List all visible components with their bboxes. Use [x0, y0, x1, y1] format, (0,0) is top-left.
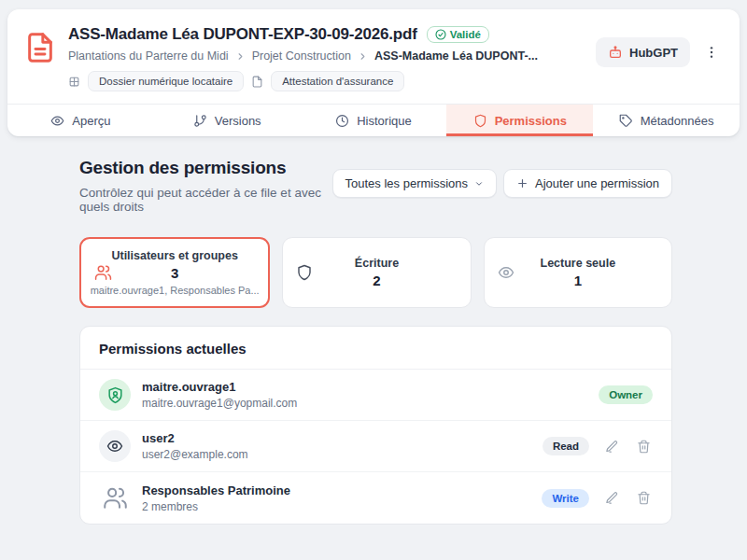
tab-versions[interactable]: Versions: [154, 105, 301, 136]
permission-group-members: 2 membres: [142, 500, 290, 513]
chevron-right-icon: [235, 51, 246, 62]
permission-badge-owner: Owner: [599, 385, 653, 404]
permission-row-group: Responsables Patrimoine 2 membres Write: [80, 472, 671, 524]
tab-metadonnees[interactable]: Métadonnées: [593, 105, 740, 136]
users-icon: [99, 483, 131, 514]
filter-select-value: Toutes les permissions: [345, 176, 469, 190]
git-branch-icon: [193, 114, 207, 128]
summary-card-detail: maitre.ouvrage1, Responsables Pa...: [91, 285, 260, 296]
page-title: Gestion des permissions: [79, 158, 332, 178]
trash-icon: [637, 440, 651, 454]
summary-card-label: Lecture seule: [541, 257, 616, 270]
hubgpt-button-label: HubGPT: [629, 46, 678, 60]
tab-label: Versions: [215, 114, 261, 128]
document-header: ASS-Madame Léa DUPONT-EXP-30-09-2026.pdf…: [7, 9, 740, 104]
shield-user-icon: [99, 379, 131, 411]
current-permissions-card: Permissions actuelles maitre.ouvrage1 ma…: [79, 326, 672, 525]
document-header-card: ASS-Madame Léa DUPONT-EXP-30-09-2026.pdf…: [7, 9, 740, 136]
robot-icon: [608, 45, 623, 60]
hubgpt-button[interactable]: HubGPT: [596, 37, 690, 67]
shield-icon: [473, 114, 487, 128]
page-subtitle: Contrôlez qui peut accéder à ce file et …: [79, 186, 332, 214]
users-icon: [94, 264, 112, 282]
permission-group-name: Responsables Patrimoine: [142, 483, 290, 497]
file-icon: [251, 76, 263, 88]
shield-icon: [296, 264, 313, 281]
binder-icon: [68, 76, 80, 88]
document-tags: Dossier numérique locataire Attestation …: [68, 71, 584, 91]
summary-card-lecture-seule[interactable]: Lecture seule 1: [484, 237, 672, 308]
summary-cards: Utilisateurs et groupes 3 maitre.ouvrage…: [79, 237, 672, 308]
edit-permission-button[interactable]: [603, 438, 621, 455]
document-title: ASS-Madame Léa DUPONT-EXP-30-09-2026.pdf: [68, 25, 417, 44]
delete-permission-button[interactable]: [635, 438, 653, 455]
status-badge: Validé: [427, 26, 489, 43]
tab-permissions[interactable]: Permissions: [446, 105, 593, 136]
kebab-menu-icon: [704, 44, 719, 61]
tag-attestation[interactable]: Attestation d'assurance: [271, 71, 404, 91]
summary-card-ecriture[interactable]: Écriture 2: [282, 237, 471, 308]
document-file-icon: [24, 30, 56, 65]
add-permission-button[interactable]: Ajouter une permission: [503, 169, 672, 198]
permission-user-name: user2: [142, 431, 248, 445]
tag-dossier[interactable]: Dossier numérique locataire: [88, 71, 244, 91]
permission-user-email: maitre.ouvrage1@yopmail.com: [142, 397, 297, 410]
permission-badge-read: Read: [543, 437, 589, 455]
pencil-icon: [605, 491, 619, 505]
current-permissions-title: Permissions actuelles: [80, 327, 671, 370]
plus-icon: [516, 177, 529, 189]
permission-badge-write: Write: [542, 489, 589, 508]
eye-icon: [498, 264, 514, 281]
add-permission-label: Ajouter une permission: [535, 176, 659, 190]
summary-card-label: Utilisateurs et groupes: [111, 249, 237, 262]
edit-permission-button[interactable]: [603, 489, 621, 507]
summary-card-value: 3: [171, 265, 178, 281]
tab-label: Métadonnées: [641, 114, 714, 128]
tab-label: Historique: [357, 114, 412, 128]
breadcrumb-item-current: ASS-Madame Léa DUPONT-...: [374, 49, 538, 63]
summary-card-value: 2: [373, 273, 380, 288]
chevron-right-icon: [358, 51, 368, 62]
permission-user-email: user2@example.com: [142, 448, 248, 461]
breadcrumb: Plantations du Parterre du Midi Projet C…: [68, 49, 584, 63]
delete-permission-button[interactable]: [635, 489, 653, 507]
more-options-button[interactable]: [702, 40, 721, 64]
clock-icon: [335, 114, 349, 128]
permission-row-user2: user2 user2@example.com Read: [80, 421, 671, 472]
check-circle-icon: [435, 29, 446, 40]
pencil-icon: [605, 440, 619, 454]
summary-card-label: Écriture: [355, 257, 399, 270]
permissions-panel: Gestion des permissions Contrôlez qui pe…: [79, 158, 672, 525]
document-tab-bar: Aperçu Versions Historique Permissions M…: [7, 104, 740, 136]
tab-label: Aperçu: [72, 114, 110, 128]
tag-icon: [619, 114, 633, 128]
tab-apercu[interactable]: Aperçu: [7, 105, 154, 136]
chevron-down-icon: [474, 179, 484, 189]
permissions-filter-select[interactable]: Toutes les permissions: [332, 169, 498, 198]
permission-user-name: maitre.ouvrage1: [142, 380, 297, 394]
eye-icon: [50, 114, 64, 128]
breadcrumb-item-root[interactable]: Plantations du Parterre du Midi: [68, 49, 229, 63]
summary-card-value: 1: [574, 273, 582, 288]
permission-row-owner: maitre.ouvrage1 maitre.ouvrage1@yopmail.…: [80, 370, 671, 421]
eye-icon: [99, 430, 131, 462]
summary-card-users-groups[interactable]: Utilisateurs et groupes 3 maitre.ouvrage…: [79, 237, 270, 308]
breadcrumb-item-folder[interactable]: Projet Construction: [252, 49, 351, 63]
trash-icon: [637, 491, 651, 505]
status-badge-label: Validé: [450, 29, 481, 40]
tab-label: Permissions: [495, 114, 567, 128]
tab-historique[interactable]: Historique: [301, 105, 447, 136]
